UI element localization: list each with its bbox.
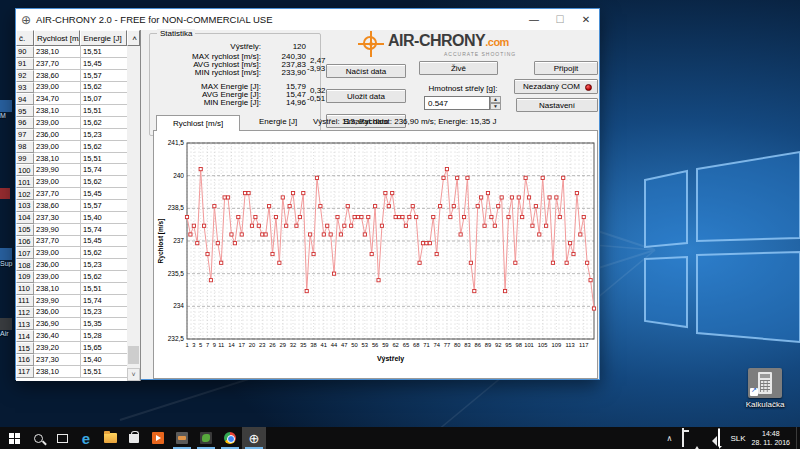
row-header[interactable]: 104	[16, 212, 34, 224]
energy-cell[interactable]: 15,57	[81, 200, 128, 212]
show-desktop-button[interactable]	[796, 427, 800, 449]
table-row[interactable]: 90238,1015,51	[16, 46, 128, 58]
energy-cell[interactable]: 15,51	[81, 283, 128, 295]
row-header[interactable]: 110	[16, 283, 34, 295]
taskbar-task-view-icon[interactable]	[50, 427, 74, 449]
velocity-cell[interactable]: 239,90	[34, 164, 81, 176]
row-header[interactable]: 96	[16, 117, 34, 129]
table-row[interactable]: 99238,1015,51	[16, 153, 128, 165]
row-header[interactable]: 116	[16, 354, 34, 366]
desktop-icon-calculator[interactable]: Kalkulačka	[733, 368, 797, 409]
velocity-cell[interactable]: 236,40	[34, 330, 81, 342]
stepper-down-icon[interactable]: ▼	[490, 103, 501, 110]
table-row[interactable]: 113236,9015,35	[16, 318, 128, 330]
tab-energy[interactable]: Energie [J]	[259, 117, 297, 126]
taskbar-store-icon[interactable]	[122, 427, 146, 449]
table-row[interactable]: 105239,9015,74	[16, 224, 128, 236]
row-header[interactable]: 97	[16, 129, 34, 141]
row-header[interactable]: 114	[16, 330, 34, 342]
close-button[interactable]: ✕	[573, 9, 599, 30]
energy-cell[interactable]: 15,45	[81, 236, 128, 248]
velocity-cell[interactable]: 236,00	[34, 259, 81, 271]
live-button[interactable]: Živě	[419, 61, 498, 75]
row-header[interactable]: 99	[16, 153, 34, 165]
table-row[interactable]: 102237,7015,45	[16, 188, 128, 200]
taskbar-file-explorer-icon[interactable]	[98, 427, 122, 449]
velocity-cell[interactable]: 237,70	[34, 58, 81, 70]
scrollbar-thumb[interactable]	[128, 346, 139, 364]
velocity-cell[interactable]: 237,30	[34, 354, 81, 366]
row-header[interactable]: 117	[16, 366, 34, 378]
row-header[interactable]: 95	[16, 105, 34, 117]
table-row[interactable]: 110238,1015,51	[16, 283, 128, 295]
clock[interactable]: 14:48 28. 11. 2016	[752, 429, 790, 447]
settings-button[interactable]: Nastavení	[516, 98, 598, 112]
energy-cell[interactable]: 15,23	[81, 307, 128, 319]
com-status-button[interactable]: Nezadaný COM	[514, 79, 598, 94]
energy-cell[interactable]: 15,74	[81, 224, 128, 236]
velocity-cell[interactable]: 239,90	[34, 295, 81, 307]
velocity-cell[interactable]: 238,10	[34, 153, 81, 165]
table-row[interactable]: 94234,7015,07	[16, 93, 128, 105]
row-header[interactable]: 111	[16, 295, 34, 307]
row-header[interactable]: 91	[16, 58, 34, 70]
energy-cell[interactable]: 15,40	[81, 354, 128, 366]
table-row[interactable]: 92238,6015,57	[16, 70, 128, 82]
row-header[interactable]: 98	[16, 141, 34, 153]
velocity-cell[interactable]: 237,30	[34, 212, 81, 224]
table-row[interactable]: 106237,7015,45	[16, 236, 128, 248]
velocity-cell[interactable]: 239,00	[34, 82, 81, 94]
taskbar-search-icon[interactable]	[26, 427, 50, 449]
taskbar-air-chrony-icon[interactable]: ⊕	[242, 427, 266, 449]
velocity-cell[interactable]: 238,10	[34, 46, 81, 58]
taskbar-start-button[interactable]	[2, 427, 26, 449]
table-row[interactable]: 112236,0015,23	[16, 307, 128, 319]
table-row[interactable]: 108236,0015,23	[16, 259, 128, 271]
velocity-cell[interactable]: 239,00	[34, 117, 81, 129]
energy-cell[interactable]: 15,62	[81, 271, 128, 283]
desktop-icon-fragment[interactable]	[0, 188, 13, 199]
row-header[interactable]: 107	[16, 247, 34, 259]
energy-cell[interactable]: 15,51	[81, 105, 128, 117]
save-data-button[interactable]: Uložit data	[326, 89, 406, 103]
taskbar-movies-tv-icon[interactable]	[146, 427, 170, 449]
row-header[interactable]: 113	[16, 318, 34, 330]
table-row[interactable]: 114236,4015,28	[16, 330, 128, 342]
energy-cell[interactable]: 15,62	[81, 176, 128, 188]
energy-cell[interactable]: 15,62	[81, 82, 128, 94]
velocity-cell[interactable]: 239,90	[34, 224, 81, 236]
energy-cell[interactable]: 15,45	[81, 188, 128, 200]
energy-cell[interactable]: 15,51	[81, 46, 128, 58]
taskbar-edge-icon[interactable]: e	[74, 427, 98, 449]
table-row[interactable]: 91237,7015,45	[16, 58, 128, 70]
energy-cell[interactable]: 15,35	[81, 318, 128, 330]
taskbar-app-orange-icon[interactable]	[170, 427, 194, 449]
velocity-cell[interactable]: 237,70	[34, 188, 81, 200]
velocity-cell[interactable]: 238,10	[34, 283, 81, 295]
energy-cell[interactable]: 15,65	[81, 342, 128, 354]
energy-cell[interactable]: 15,45	[81, 58, 128, 70]
velocity-cell[interactable]: 239,00	[34, 271, 81, 283]
velocity-cell[interactable]: 238,10	[34, 366, 81, 378]
velocity-cell[interactable]: 238,60	[34, 200, 81, 212]
table-row[interactable]: 104237,3015,40	[16, 212, 128, 224]
energy-cell[interactable]: 15,57	[81, 70, 128, 82]
table-row[interactable]: 98239,0015,62	[16, 141, 128, 153]
table-row[interactable]: 97236,0015,23	[16, 129, 128, 141]
velocity-cell[interactable]: 238,10	[34, 105, 81, 117]
column-header-velocity[interactable]: Rychlost [m/s]	[34, 30, 81, 46]
energy-cell[interactable]: 15,51	[81, 366, 128, 378]
energy-cell[interactable]: 15,62	[81, 247, 128, 259]
table-row[interactable]: 101239,0015,62	[16, 176, 128, 188]
energy-cell[interactable]: 15,74	[81, 164, 128, 176]
row-header[interactable]: 103	[16, 200, 34, 212]
energy-cell[interactable]: 15,62	[81, 141, 128, 153]
table-scrollbar[interactable]: ˅	[127, 46, 140, 381]
table-row[interactable]: 95238,1015,51	[16, 105, 128, 117]
table-row[interactable]: 115239,2015,65	[16, 342, 128, 354]
velocity-cell[interactable]: 236,00	[34, 307, 81, 319]
taskbar-chrome-icon[interactable]	[218, 427, 242, 449]
connect-button[interactable]: Připojit	[534, 61, 598, 75]
maximize-button[interactable]: ☐	[547, 9, 573, 30]
pellet-weight-stepper[interactable]: ▲ ▼	[490, 96, 501, 110]
